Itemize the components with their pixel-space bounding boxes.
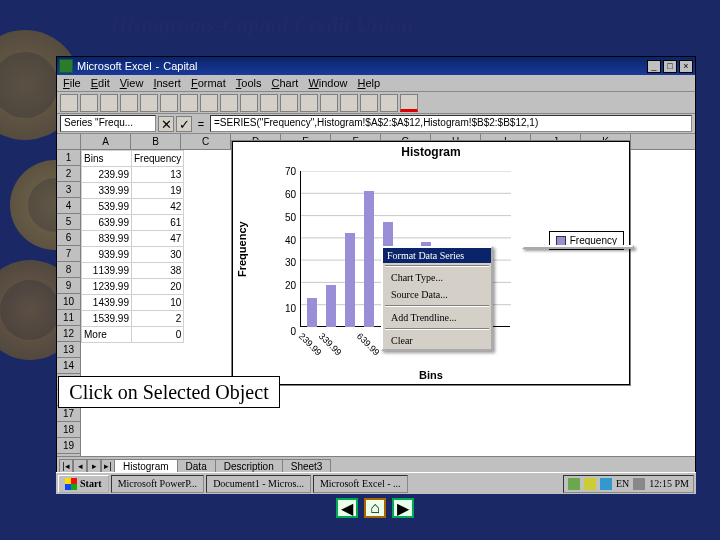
tab-nav-next-icon[interactable]: ▸ <box>87 459 101 473</box>
chart-title[interactable]: Histogram <box>232 141 630 163</box>
undo-icon[interactable] <box>220 94 238 112</box>
menu-item-source-data[interactable]: Source Data... <box>383 286 491 303</box>
sheet-tab-histogram[interactable]: Histogram <box>114 459 178 473</box>
row-header[interactable]: 2 <box>57 166 80 182</box>
bold-icon[interactable] <box>260 94 278 112</box>
tab-nav-first-icon[interactable]: |◂ <box>59 459 73 473</box>
cell[interactable]: 239.99 <box>82 167 132 183</box>
font-color-icon[interactable] <box>400 94 418 112</box>
menu-file[interactable]: File <box>63 77 81 89</box>
row-header[interactable]: 14 <box>57 358 80 374</box>
cell[interactable]: 38 <box>132 263 184 279</box>
home-icon[interactable]: ⌂ <box>364 498 386 518</box>
cell[interactable]: 47 <box>132 231 184 247</box>
align-center-icon[interactable] <box>340 94 358 112</box>
cell[interactable]: 2 <box>132 311 184 327</box>
context-menu[interactable] <box>522 245 634 249</box>
cell[interactable]: 1539.99 <box>82 311 132 327</box>
print-icon[interactable] <box>120 94 138 112</box>
sheet-tab-data[interactable]: Data <box>177 459 216 473</box>
menu-format[interactable]: Format <box>191 77 226 89</box>
col-header[interactable]: C <box>181 134 231 149</box>
cut-icon[interactable] <box>160 94 178 112</box>
col-header[interactable]: B <box>131 134 181 149</box>
menu-help[interactable]: Help <box>358 77 381 89</box>
formula-bar[interactable]: Series "Frequ... ✕ ✓ = =SERIES("Frequenc… <box>57 114 695 134</box>
menu-insert[interactable]: Insert <box>153 77 181 89</box>
cell[interactable]: 61 <box>132 215 184 231</box>
align-left-icon[interactable] <box>320 94 338 112</box>
row-header[interactable]: 1 <box>57 150 80 166</box>
sheet-tab-sheet3[interactable]: Sheet3 <box>282 459 332 473</box>
cancel-formula-icon[interactable]: ✕ <box>158 116 174 132</box>
menu-item-clear[interactable]: Clear <box>383 332 491 349</box>
menu-item-chart-type[interactable]: Chart Type... <box>383 269 491 286</box>
cell[interactable]: Bins <box>82 151 132 167</box>
underline-icon[interactable] <box>300 94 318 112</box>
cell[interactable]: 0 <box>132 327 184 343</box>
task-button[interactable]: Document1 - Micros... <box>206 475 311 493</box>
row-header[interactable]: 17 <box>57 406 80 422</box>
row-header[interactable]: 7 <box>57 246 80 262</box>
tray-icon[interactable] <box>584 478 596 490</box>
row-header[interactable]: 9 <box>57 278 80 294</box>
cells[interactable]: BinsFrequency 239.9913 339.9919 539.9942… <box>81 150 184 343</box>
row-header[interactable]: 19 <box>57 438 80 454</box>
menu-bar[interactable]: File Edit View Insert Format Tools Chart… <box>57 75 695 92</box>
row-header[interactable]: 8 <box>57 262 80 278</box>
sheet-tab-description[interactable]: Description <box>215 459 283 473</box>
name-box[interactable]: Series "Frequ... <box>60 115 156 132</box>
row-header[interactable]: 11 <box>57 310 80 326</box>
prev-slide-icon[interactable]: ◀ <box>336 498 358 518</box>
row-header[interactable]: 13 <box>57 342 80 358</box>
cell[interactable]: 339.99 <box>82 183 132 199</box>
titlebar[interactable]: Microsoft Excel - Capital _ □ × <box>57 57 695 75</box>
tray-lang[interactable]: EN <box>616 478 629 489</box>
menu-edit[interactable]: Edit <box>91 77 110 89</box>
italic-icon[interactable] <box>280 94 298 112</box>
tray-icon[interactable] <box>568 478 580 490</box>
col-header[interactable]: A <box>81 134 131 149</box>
system-tray[interactable]: EN 12:15 PM <box>563 475 694 493</box>
cell[interactable]: 639.99 <box>82 215 132 231</box>
cell[interactable]: 1139.99 <box>82 263 132 279</box>
menu-window[interactable]: Window <box>308 77 347 89</box>
row-header[interactable]: 12 <box>57 326 80 342</box>
enter-formula-icon[interactable]: ✓ <box>176 116 192 132</box>
cell[interactable]: 13 <box>132 167 184 183</box>
cell[interactable]: 10 <box>132 295 184 311</box>
menu-chart[interactable]: Chart <box>271 77 298 89</box>
row-header[interactable]: 18 <box>57 422 80 438</box>
start-button[interactable]: Start <box>58 475 109 493</box>
cell[interactable]: 1439.99 <box>82 295 132 311</box>
new-icon[interactable] <box>60 94 78 112</box>
menu-view[interactable]: View <box>120 77 144 89</box>
row-header[interactable]: 6 <box>57 230 80 246</box>
cell[interactable]: 42 <box>132 199 184 215</box>
cell[interactable]: 19 <box>132 183 184 199</box>
cell[interactable]: 539.99 <box>82 199 132 215</box>
cell[interactable]: 839.99 <box>82 231 132 247</box>
row-header[interactable]: 5 <box>57 214 80 230</box>
windows-taskbar[interactable]: Start Microsoft PowerP... Document1 - Mi… <box>56 472 696 494</box>
row-header[interactable]: 4 <box>57 198 80 214</box>
standard-toolbar[interactable] <box>57 92 695 114</box>
tab-nav-prev-icon[interactable]: ◂ <box>73 459 87 473</box>
menu-tools[interactable]: Tools <box>236 77 262 89</box>
row-header[interactable]: 10 <box>57 294 80 310</box>
tab-nav-last-icon[interactable]: ▸| <box>101 459 115 473</box>
align-right-icon[interactable] <box>360 94 378 112</box>
cell[interactable]: 30 <box>132 247 184 263</box>
task-button[interactable]: Microsoft Excel - ... <box>313 475 408 493</box>
redo-icon[interactable] <box>240 94 258 112</box>
cell[interactable]: More <box>82 327 132 343</box>
cell[interactable]: 20 <box>132 279 184 295</box>
tray-icon[interactable] <box>600 478 612 490</box>
open-icon[interactable] <box>80 94 98 112</box>
save-icon[interactable] <box>100 94 118 112</box>
paste-icon[interactable] <box>200 94 218 112</box>
context-menu[interactable]: Format Data Series Chart Type... Source … <box>381 246 493 351</box>
formula-box[interactable]: =SERIES("Frequency",Histogram!$A$2:$A$12… <box>210 115 692 132</box>
preview-icon[interactable] <box>140 94 158 112</box>
minimize-button[interactable]: _ <box>647 60 661 73</box>
